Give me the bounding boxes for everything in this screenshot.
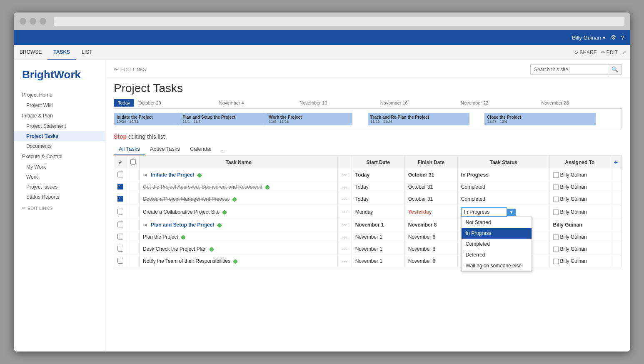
tab-tasks[interactable]: TASKS: [47, 45, 76, 60]
dropdown-option-waiting[interactable]: Waiting on someone else: [462, 260, 532, 271]
dropdown-option-in-progress[interactable]: In Progress: [462, 228, 532, 239]
row4-check2-cell: [127, 205, 140, 219]
row8-checkbox[interactable]: [117, 258, 123, 264]
user-name: Billy Guinan: [572, 35, 601, 41]
task-tag-row8: [233, 259, 237, 264]
page-title: Project Tasks: [114, 82, 622, 95]
status-dropdown-arrow[interactable]: ▼: [507, 209, 516, 216]
th-start-date: Start Date: [352, 156, 404, 169]
row8-name: Notify the Team of their Responsibilitie…: [143, 258, 230, 264]
stop-label[interactable]: Stop: [114, 133, 127, 140]
window-dot-1[interactable]: [20, 18, 26, 25]
dropdown-option-deferred[interactable]: Deferred: [462, 249, 532, 260]
browser-window: Billy Guinan ▾ ⚙ ? BROWSE TASKS LIST ↻ S…: [14, 12, 630, 352]
row2-name-cell: Get the Project Approved, Sponsored, and…: [140, 181, 338, 193]
th-check: ✓: [114, 156, 127, 169]
gantt-bar-dates-4: 11/27 - 12/4: [487, 120, 594, 124]
task-table: ✓ Task Name Start Date: [114, 156, 622, 267]
row6-context-menu[interactable]: ···: [341, 233, 348, 240]
th-task-status: Task Status: [457, 156, 549, 169]
row8-add: [610, 255, 622, 267]
today-button[interactable]: Today: [114, 99, 134, 107]
row8-finish: November 8: [404, 255, 457, 267]
user-menu[interactable]: Billy Guinan ▾: [572, 35, 605, 41]
row2-assigned: Billy Guinan: [549, 181, 610, 193]
table-row: Decide a Project Management Process ··· …: [114, 193, 622, 205]
edit-button[interactable]: ✏ EDIT: [601, 50, 618, 55]
focus-button[interactable]: ⤢: [622, 50, 626, 55]
sidebar: BrightWork Project Home Project Wiki Ini…: [14, 60, 105, 352]
sidebar-item-documents[interactable]: Documents: [14, 141, 105, 151]
sidebar-edit-links[interactable]: ✏ EDIT LINKS: [14, 202, 105, 214]
gantt-bar-2: Work the Project 11/9 - 11/16: [266, 113, 352, 125]
row6-assigned-checkbox: [553, 234, 559, 240]
window-dot-2[interactable]: [30, 18, 36, 25]
row1-context-menu[interactable]: ···: [341, 171, 348, 178]
row7-checkbox[interactable]: [117, 246, 123, 252]
row3-context-menu[interactable]: ···: [341, 195, 348, 202]
sidebar-item-project-wiki[interactable]: Project Wiki: [14, 100, 105, 110]
row7-dots-cell: ···: [338, 243, 352, 255]
search-icon[interactable]: 🔍: [608, 65, 622, 74]
tab-list[interactable]: LIST: [76, 45, 98, 60]
address-bar[interactable]: [54, 17, 624, 26]
settings-icon[interactable]: ⚙: [611, 34, 616, 41]
sidebar-item-status-reports[interactable]: Status Reports: [14, 192, 105, 202]
app-header: Billy Guinan ▾ ⚙ ?: [14, 30, 630, 45]
sidebar-item-work[interactable]: Work: [14, 172, 105, 182]
sidebar-item-project-issues[interactable]: Project Issues: [14, 182, 105, 192]
tab-active-tasks[interactable]: Active Tasks: [145, 143, 185, 155]
row4-checkbox[interactable]: [117, 209, 123, 214]
tab-calendar[interactable]: Calendar: [185, 143, 217, 155]
row8-context-menu[interactable]: ···: [341, 257, 348, 264]
row6-checkbox[interactable]: [117, 234, 123, 239]
expand-icon-row5[interactable]: ◄: [143, 222, 148, 228]
row4-context-menu[interactable]: ···: [341, 208, 348, 215]
row2-assigned-checkbox: [553, 184, 559, 190]
row3-name-cell: Decide a Project Management Process: [140, 193, 338, 205]
main-toolbar: ✏ EDIT LINKS 🔍: [105, 60, 630, 77]
view-tab-more[interactable]: ...: [217, 144, 228, 155]
dropdown-option-not-started[interactable]: Not Started: [462, 217, 532, 228]
row5-checkbox[interactable]: [117, 222, 123, 227]
expand-icon-row1[interactable]: ◄: [143, 172, 148, 178]
row4-assigned-cell: Billy Guinan: [553, 209, 607, 215]
row3-assigned: Billy Guinan: [549, 193, 610, 205]
row4-add: [610, 205, 622, 219]
dropdown-option-completed[interactable]: Completed: [462, 239, 532, 249]
row5-assigned-cell: Billy Guinan: [553, 222, 607, 228]
share-button[interactable]: ↻ SHARE: [574, 50, 597, 55]
add-column-button[interactable]: +: [614, 159, 618, 166]
sidebar-item-initiate-plan[interactable]: Initiate & Plan: [14, 110, 105, 121]
status-dropdown-menu: Not Started In Progress Completed: [461, 217, 532, 272]
window-dot-3[interactable]: [40, 18, 46, 25]
row2-add: [610, 181, 622, 193]
logo-text: BrightWork: [22, 68, 97, 81]
row1-checkbox[interactable]: [117, 172, 123, 177]
row3-checkbox-checked[interactable]: [117, 196, 123, 202]
sidebar-item-execute-control[interactable]: Execute & Control: [14, 151, 105, 162]
tab-browse[interactable]: BROWSE: [14, 45, 47, 60]
sidebar-item-project-tasks[interactable]: Project Tasks: [14, 131, 105, 141]
sidebar-item-project-home[interactable]: Project Home: [14, 90, 105, 100]
sidebar-item-project-statement[interactable]: Project Statement: [14, 121, 105, 131]
row2-checkbox-checked[interactable]: [117, 184, 123, 189]
search-input[interactable]: [531, 65, 608, 74]
row5-context-menu[interactable]: ···: [341, 221, 348, 228]
tab-all-tasks[interactable]: All Tasks: [114, 143, 145, 155]
row3-add: [610, 193, 622, 205]
row1-name-cell: ◄ Initiate the Project: [140, 169, 338, 181]
row7-context-menu[interactable]: ···: [341, 245, 348, 252]
row6-check2-cell: [127, 231, 140, 243]
select-all-checkbox[interactable]: [130, 159, 136, 165]
help-icon[interactable]: ?: [621, 34, 624, 41]
task-list-area: Stop editing this list All Tasks Active …: [105, 133, 630, 267]
row2-context-menu[interactable]: ···: [341, 183, 348, 190]
status-dropdown-input[interactable]: In Progress: [461, 207, 507, 217]
row8-assigned: Billy Guinan: [549, 255, 610, 267]
task-tag-row1: [197, 173, 202, 177]
row1-start: Today: [352, 169, 404, 181]
sidebar-item-my-work[interactable]: My Work: [14, 162, 105, 172]
table-row: ◄ Initiate the Project ··· Today: [114, 169, 622, 181]
edit-links-button[interactable]: ✏ EDIT LINKS: [114, 67, 146, 72]
